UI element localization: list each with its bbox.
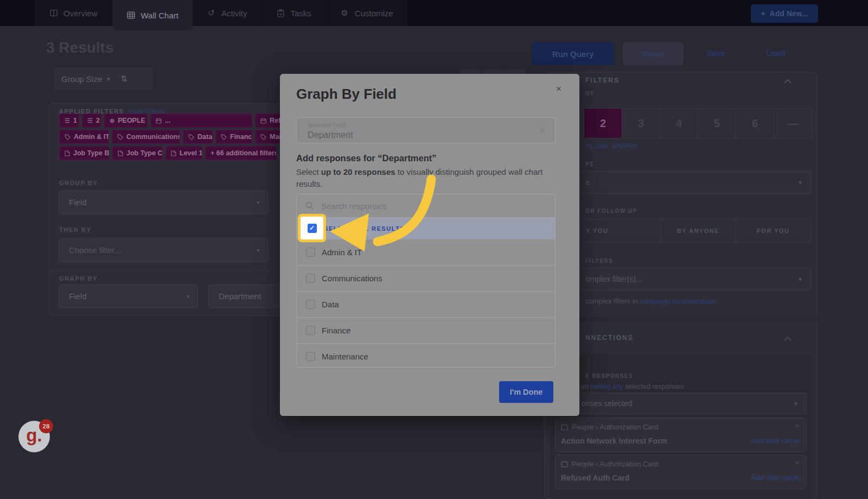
responses-list: SELECT ALL RESULTS Admin & IT Communicat… bbox=[296, 194, 556, 368]
filter-chip[interactable]: Job Type B bbox=[59, 146, 110, 160]
sidebar-link-fragment[interactable]: ny user, anytime bbox=[585, 142, 637, 150]
group-size-label: Group Size bbox=[61, 74, 102, 84]
response-option-label: Admin & IT bbox=[322, 248, 362, 257]
select-all-row[interactable]: SELECT ALL RESULTS bbox=[297, 218, 555, 239]
tab-overview-label: Overview bbox=[63, 9, 98, 18]
save-link[interactable]: Save bbox=[706, 48, 725, 58]
filter-chip[interactable]: ☰ 2 bbox=[82, 113, 101, 128]
filter-chip[interactable]: Job Type C bbox=[112, 146, 163, 160]
load-link[interactable]: Load bbox=[766, 48, 786, 58]
im-done-button[interactable]: I'm Done bbox=[499, 381, 553, 403]
checkbox[interactable] bbox=[306, 300, 315, 309]
complex-filters-note: complex filters in campaign customizatio… bbox=[585, 297, 718, 305]
segment-option[interactable]: 6 bbox=[736, 109, 774, 138]
filter-chip[interactable]: ⊕ PEOPLE bbox=[104, 113, 148, 128]
then-by-select[interactable]: Choose filter... ▾ bbox=[59, 238, 268, 262]
calendar-icon bbox=[561, 424, 568, 431]
search-row bbox=[297, 194, 555, 218]
selected-field-value: Department bbox=[308, 130, 353, 140]
filter-chip[interactable]: Data bbox=[183, 130, 213, 144]
app-screen: Overview Wall Chart ↺ Activity Tasks ⚙ bbox=[0, 0, 868, 499]
graph-by-select[interactable]: Field ▾ bbox=[59, 285, 198, 308]
remove-response-icon[interactable]: × bbox=[795, 458, 800, 467]
add-date-range-link[interactable]: Add date range bbox=[751, 473, 800, 482]
tag-icon bbox=[65, 134, 71, 140]
response-option-row[interactable]: Data bbox=[297, 291, 555, 317]
note-icon bbox=[65, 150, 70, 156]
tab-tasks-label: Tasks bbox=[291, 9, 311, 18]
collapse-chevron-icon[interactable] bbox=[783, 79, 792, 84]
sidebar-type-select[interactable]: e ▾ bbox=[548, 171, 811, 194]
having-any-link[interactable]: having any bbox=[590, 383, 623, 390]
clear-field-icon[interactable]: × bbox=[539, 125, 544, 135]
chevron-down-icon: ▾ bbox=[107, 75, 110, 83]
selected-field-label: Selected Field bbox=[308, 122, 346, 128]
chevron-down-icon: ▾ bbox=[187, 293, 190, 300]
tutorial-highlight-ring: ✓ bbox=[298, 214, 326, 242]
checkbox[interactable] bbox=[306, 352, 315, 361]
selected-field-input[interactable]: Selected Field Department × bbox=[296, 117, 556, 143]
filter-chip[interactable]: ☰ 1 bbox=[59, 113, 79, 128]
tag-icon bbox=[221, 134, 227, 140]
response-option-row[interactable]: Admin & IT bbox=[297, 239, 555, 265]
search-icon bbox=[305, 201, 314, 210]
response-option-label: Maintenance bbox=[322, 352, 368, 361]
checkbox[interactable] bbox=[306, 248, 315, 257]
tab-customize[interactable]: ⚙ Customize bbox=[326, 0, 408, 26]
filter-chip[interactable]: Communications bbox=[112, 130, 180, 144]
search-responses-input[interactable] bbox=[320, 201, 546, 211]
run-query-button[interactable]: Run Query bbox=[532, 42, 614, 65]
checkbox[interactable] bbox=[306, 326, 315, 335]
connections-header-fragment: NNECTIONS bbox=[585, 334, 634, 342]
complex-filter-select[interactable]: omplex filter(s)... ▾ bbox=[548, 268, 811, 290]
follow-up-for-you-button[interactable]: FOR YOU bbox=[736, 219, 810, 242]
tag-icon bbox=[188, 134, 194, 140]
reset-button[interactable]: Reset bbox=[623, 42, 684, 65]
book-icon bbox=[49, 9, 58, 18]
select-all-checkbox-checked[interactable]: ✓ bbox=[308, 224, 317, 233]
filter-chip[interactable]: Finance bbox=[215, 130, 252, 144]
history-icon: ↺ bbox=[207, 9, 216, 18]
filter-chip[interactable]: Admin & IT bbox=[59, 130, 109, 144]
group-by-select[interactable]: Field ▾ bbox=[59, 191, 268, 214]
modal-close-icon[interactable]: × bbox=[556, 84, 561, 94]
filter-chip[interactable]: ... bbox=[150, 113, 252, 128]
graph-by-field-value: Department bbox=[219, 292, 261, 301]
campaign-customization-link[interactable]: campaign customization bbox=[640, 297, 715, 305]
add-new-label: Add New... bbox=[770, 9, 808, 18]
collapse-chevron-icon[interactable] bbox=[783, 336, 792, 342]
chevron-down-icon: ▾ bbox=[794, 400, 797, 407]
tab-tasks[interactable]: Tasks bbox=[262, 0, 326, 26]
segment-option-selected[interactable]: 2 bbox=[584, 109, 622, 138]
group-size-sort-select[interactable]: Group Size ▾ ⇅ bbox=[54, 67, 153, 90]
remove-response-icon[interactable]: × bbox=[795, 421, 800, 430]
add-new-button[interactable]: + Add New... bbox=[751, 4, 818, 23]
select-all-label: SELECT ALL RESULTS bbox=[324, 225, 405, 232]
filters-sidebar: FILTERS NT 2 3 4 5 6 — ny user, anytime … bbox=[544, 72, 817, 499]
then-by-placeholder: Choose filter... bbox=[69, 245, 121, 255]
segment-option[interactable]: 5 bbox=[698, 109, 736, 138]
tab-wall-chart[interactable]: Wall Chart bbox=[112, 0, 193, 30]
segment-option-dash[interactable]: — bbox=[774, 109, 812, 138]
group-by-value: Field bbox=[69, 198, 87, 207]
modal-title: Graph By Field bbox=[296, 86, 397, 103]
tab-overview[interactable]: Overview bbox=[35, 0, 112, 26]
checkbox[interactable] bbox=[306, 274, 315, 283]
segment-option[interactable]: 3 bbox=[622, 109, 660, 138]
tab-activity[interactable]: ↺ Activity bbox=[193, 0, 262, 26]
tag-icon bbox=[117, 134, 123, 140]
response-option-row[interactable]: Maintenance bbox=[297, 343, 555, 368]
response-option-row[interactable]: Communications bbox=[297, 265, 555, 291]
filter-chip[interactable]: Level 1 bbox=[165, 146, 202, 160]
additional-filters-chip[interactable]: + 66 additional filters bbox=[205, 146, 277, 160]
add-date-range-link[interactable]: Add date range bbox=[751, 437, 800, 445]
calendar-icon bbox=[156, 118, 162, 124]
segment-option[interactable]: 4 bbox=[660, 109, 698, 138]
complex-filter-placeholder-fragment: omplex filter(s)... bbox=[586, 275, 642, 283]
response-option-row[interactable]: Finance bbox=[297, 317, 555, 343]
sort-direction-icon[interactable]: ⇅ bbox=[120, 74, 127, 84]
sidebar-label-fragment: NT bbox=[585, 91, 594, 97]
responses-select[interactable]: onses selected ▾ bbox=[555, 393, 807, 414]
sidebar-type-value-fragment: e bbox=[586, 178, 590, 187]
follow-up-by-anyone-button[interactable]: BY ANYONE bbox=[661, 219, 736, 242]
